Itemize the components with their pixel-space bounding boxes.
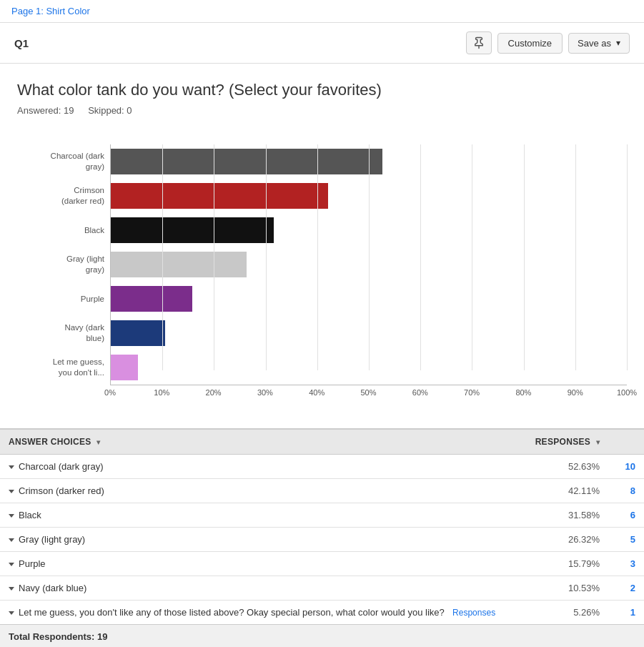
row-label: Crimson (darker red) xyxy=(0,479,522,503)
row-expand-icon[interactable] xyxy=(9,490,14,493)
row-pct: 10.53% xyxy=(522,576,608,601)
total-label: Total Respondents: 19 xyxy=(0,625,644,648)
question-stats: Answered: 19 Skipped: 0 xyxy=(17,105,627,116)
row-pct: 5.26% xyxy=(522,601,608,625)
col-header-count xyxy=(608,429,644,455)
row-pct: 31.58% xyxy=(522,503,608,528)
question-number: Q1 xyxy=(14,37,29,49)
bar-row xyxy=(111,282,627,316)
responses-link[interactable]: Responses xyxy=(450,608,495,618)
table-row: Gray (light gray)26.32%5 xyxy=(0,528,644,552)
table-row: Navy (dark blue)10.53%2 xyxy=(0,576,644,601)
row-label-text: Crimson (darker red) xyxy=(19,485,104,496)
y-label: Crimson(darker red) xyxy=(17,179,110,213)
bar-row xyxy=(111,144,627,179)
saveas-button[interactable]: Save as xyxy=(568,33,630,54)
row-count: 10 xyxy=(608,455,644,479)
y-label: Navy (darkblue) xyxy=(17,316,110,350)
y-label: Gray (lightgray) xyxy=(17,247,110,282)
skipped-count: Skipped: 0 xyxy=(88,105,132,116)
y-label: Charcoal (darkgray) xyxy=(17,144,110,179)
question-header-bar: Q1 Customize Save as xyxy=(0,23,644,64)
table-row: Let me guess, you don't like any of thos… xyxy=(0,601,644,625)
gridline xyxy=(627,144,628,370)
row-label-text: Navy (dark blue) xyxy=(19,583,86,593)
row-count: 6 xyxy=(608,503,644,528)
y-label: Purple xyxy=(17,282,110,316)
bar-row xyxy=(111,213,627,247)
customize-button[interactable]: Customize xyxy=(497,33,563,54)
x-tick-label: 100% xyxy=(617,388,637,397)
row-pct: 52.63% xyxy=(522,455,608,479)
question-title: What color tank do you want? (Select you… xyxy=(17,81,627,99)
bar-row xyxy=(111,350,627,385)
row-count: 3 xyxy=(608,552,644,576)
row-pct: 42.11% xyxy=(522,479,608,503)
bar xyxy=(111,355,138,380)
row-expand-icon[interactable] xyxy=(9,514,14,518)
row-expand-icon[interactable] xyxy=(9,538,14,542)
x-tick-label: 90% xyxy=(568,388,583,397)
row-pct: 15.79% xyxy=(522,552,608,576)
question-section: What color tank do you want? (Select you… xyxy=(0,64,644,144)
answered-count: Answered: 19 xyxy=(17,105,74,116)
row-expand-icon[interactable] xyxy=(9,563,14,566)
row-count: 8 xyxy=(608,479,644,503)
row-label: Navy (dark blue) xyxy=(0,576,522,601)
table-section: ANSWER CHOICES ▾ RESPONSES ▾ Charcoal (d… xyxy=(0,428,644,647)
x-axis: 0%10%20%30%40%50%60%70%80%90%100% xyxy=(110,385,627,400)
x-tick-label: 50% xyxy=(360,388,376,397)
x-tick-label: 10% xyxy=(154,388,169,397)
bar xyxy=(111,217,274,243)
y-label: Let me guess,you don't li... xyxy=(17,350,110,385)
row-expand-icon[interactable] xyxy=(9,611,14,615)
col-header-responses: RESPONSES ▾ xyxy=(522,429,608,455)
table-row: Charcoal (dark gray)52.63%10 xyxy=(0,455,644,479)
y-label: Black xyxy=(17,213,110,247)
x-tick-label: 0% xyxy=(104,388,116,397)
bar-chart: Charcoal (darkgray)Crimson(darker red)Bl… xyxy=(17,144,627,385)
row-label-text: Charcoal (dark gray) xyxy=(19,461,104,472)
bar-row xyxy=(111,316,627,350)
x-tick-label: 80% xyxy=(515,388,531,397)
bar-row xyxy=(111,179,627,213)
table-row: Crimson (darker red)42.11%8 xyxy=(0,479,644,503)
row-label: Charcoal (dark gray) xyxy=(0,455,522,479)
main-content: Q1 Customize Save as What color tank do … xyxy=(0,23,644,647)
bar xyxy=(111,286,192,312)
x-tick-label: 70% xyxy=(464,388,480,397)
row-count: 1 xyxy=(608,601,644,625)
responses-table: ANSWER CHOICES ▾ RESPONSES ▾ Charcoal (d… xyxy=(0,428,644,647)
row-label-text: Purple xyxy=(19,558,46,569)
col-header-choices: ANSWER CHOICES ▾ xyxy=(0,429,522,455)
row-label: Black xyxy=(0,503,522,528)
table-row: Black31.58%6 xyxy=(0,503,644,528)
breadcrumb-text: Page 1: Shirt Color xyxy=(11,6,90,16)
row-count: 5 xyxy=(608,528,644,552)
row-count: 2 xyxy=(608,576,644,601)
choices-sort-icon[interactable]: ▾ xyxy=(96,438,100,446)
page-breadcrumb: Page 1: Shirt Color xyxy=(0,0,644,23)
header-actions: Customize Save as xyxy=(466,31,630,54)
pin-icon xyxy=(472,36,485,49)
x-tick-label: 40% xyxy=(309,388,325,397)
row-label-text: Let me guess, you don't like any of thos… xyxy=(19,607,445,618)
bar xyxy=(111,149,382,174)
responses-sort-icon[interactable]: ▾ xyxy=(596,438,600,446)
row-expand-icon[interactable] xyxy=(9,465,14,469)
pin-button[interactable] xyxy=(466,31,492,54)
x-tick-label: 30% xyxy=(257,388,273,397)
table-body: Charcoal (dark gray)52.63%10Crimson (dar… xyxy=(0,455,644,625)
x-tick-label: 60% xyxy=(412,388,428,397)
row-expand-icon[interactable] xyxy=(9,587,14,591)
row-label-text: Black xyxy=(19,510,41,520)
row-pct: 26.32% xyxy=(522,528,608,552)
row-label: Purple xyxy=(0,552,522,576)
row-label: Gray (light gray) xyxy=(0,528,522,552)
bar xyxy=(111,320,165,346)
table-row: Purple15.79%3 xyxy=(0,552,644,576)
total-row: Total Respondents: 19 xyxy=(0,625,644,648)
row-label: Let me guess, you don't like any of thos… xyxy=(0,601,522,625)
bar xyxy=(111,183,328,209)
row-label-text: Gray (light gray) xyxy=(19,534,85,545)
